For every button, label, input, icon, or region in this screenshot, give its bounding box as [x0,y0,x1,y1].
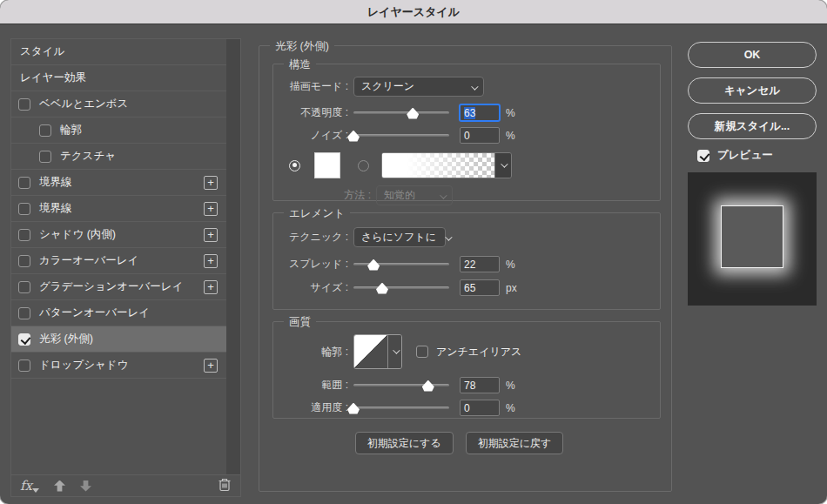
jitter-input[interactable]: 0 [460,400,500,416]
sidebar-item-label: 輪郭 [60,123,82,138]
arrow-up-icon[interactable] [54,480,65,492]
effect-checkbox[interactable] [18,255,30,267]
opacity-input[interactable]: 63 [460,104,500,121]
range-input[interactable]: 78 [460,377,500,393]
effect-checkbox[interactable] [18,307,30,319]
structure-section: 構造 描画モード : スクリーン 不透明度 : 63 % [272,64,661,201]
sidebar-item-9[interactable]: グラデーションオーバーレイ+ [11,274,226,300]
effects-list: スタイルレイヤー効果ベベルとエンボス輪郭テクスチャ境界線+境界線+シャドウ (内… [11,39,226,379]
sidebar-item-4[interactable]: テクスチャ [11,144,226,170]
sidebar-footer: fx [11,474,240,496]
contour-thumbnail[interactable] [354,335,387,368]
effect-checkbox[interactable] [18,281,30,293]
effect-checkbox[interactable] [18,177,30,189]
size-slider-thumb[interactable] [376,283,388,294]
opacity-unit: % [506,107,515,119]
sidebar-item-5[interactable]: 境界線+ [11,170,226,196]
noise-slider[interactable] [353,130,449,142]
plus-icon[interactable]: + [204,176,218,190]
chevron-down-icon[interactable] [387,335,401,368]
contour-label: 輪郭 : [273,345,348,360]
sidebar-item-6[interactable]: 境界線+ [11,196,226,222]
glow-color-swatch[interactable] [314,152,340,178]
outer-glow-panel: 光彩 (外側) 構造 描画モード : スクリーン 不透明度 : 63 [259,45,672,492]
sidebar-item-8[interactable]: カラーオーバーレイ+ [11,248,226,274]
sidebar-item-0[interactable]: スタイル [11,39,226,65]
preview-checkbox[interactable] [697,150,709,162]
range-label: 範囲 : [273,378,348,393]
size-label: サイズ : [273,280,348,295]
chevron-down-icon [431,190,445,202]
gradient-preview [382,153,494,178]
sidebar-item-label: 境界線 [39,175,72,190]
effect-checkbox[interactable] [18,203,30,215]
technique-select[interactable]: さらにソフトに [353,227,446,247]
plus-icon[interactable]: + [204,359,218,373]
chevron-down-icon[interactable] [494,153,511,178]
effect-checkbox[interactable] [18,98,30,111]
effect-preview [688,172,817,306]
fx-menu-icon[interactable]: fx [20,478,39,494]
plus-icon[interactable]: + [204,228,218,242]
cancel-button[interactable]: キャンセル [688,77,817,104]
gradient-picker[interactable] [381,152,512,178]
preview-label: プレビュー [717,148,773,163]
sidebar-item-10[interactable]: パターンオーバーレイ [11,300,226,326]
technique-value: さらにソフトに [361,230,436,245]
structure-section-title: 構造 [284,57,316,72]
effect-checkbox[interactable] [39,124,51,137]
solid-color-radio[interactable] [289,160,300,171]
noise-slider-thumb[interactable] [347,131,360,142]
sidebar-item-label: パターンオーバーレイ [39,306,150,320]
opacity-slider-thumb[interactable] [407,108,419,119]
opacity-slider[interactable] [353,107,449,119]
ok-button[interactable]: OK [688,42,817,68]
effect-checkbox[interactable] [39,151,51,163]
blend-mode-value: スクリーン [361,79,414,94]
noise-input[interactable]: 0 [460,127,500,144]
spread-slider[interactable] [353,259,449,271]
plus-icon[interactable]: + [204,280,218,294]
plus-icon[interactable]: + [204,202,218,216]
sidebar-item-label: テクスチャ [60,149,116,164]
sidebar-scrollbar[interactable] [226,39,240,474]
antialias-checkbox[interactable] [416,346,428,358]
sidebar-item-3[interactable]: 輪郭 [11,118,226,144]
sidebar-item-label: スタイル [20,44,64,59]
arrow-down-icon[interactable] [80,480,91,492]
jitter-slider[interactable] [353,402,449,414]
sidebar-item-label: 境界線 [39,201,72,216]
sidebar-item-label: ベベルとエンボス [39,97,128,111]
range-slider-thumb[interactable] [422,380,434,392]
blend-mode-select[interactable]: スクリーン [353,77,484,97]
glow-preview-square [721,205,783,268]
spread-slider-thumb[interactable] [367,259,380,271]
contour-picker[interactable] [353,334,402,369]
size-slider[interactable] [353,282,449,294]
sidebar-item-11[interactable]: 光彩 (外側) [11,326,226,353]
sidebar-item-label: カラーオーバーレイ [39,253,138,268]
technique-label: テクニック : [273,230,348,245]
reset-default-button[interactable]: 初期設定に戻す [466,432,564,454]
make-default-button[interactable]: 初期設定にする [355,432,454,454]
effect-checkbox[interactable] [18,229,30,241]
sidebar-item-7[interactable]: シャドウ (内側)+ [11,222,226,248]
plus-icon[interactable]: + [204,254,218,268]
effect-checkbox[interactable] [18,360,30,372]
new-style-button[interactable]: 新規スタイル... [688,113,817,139]
trash-icon[interactable] [218,477,232,495]
sidebar-item-1[interactable]: レイヤー効果 [11,65,226,91]
sidebar-item-12[interactable]: ドロップシャドウ+ [11,353,226,379]
elements-section-title: エレメント [284,206,350,221]
dialog-title: レイヤースタイル [367,4,460,20]
spread-input[interactable]: 22 [460,256,500,272]
gradient-radio[interactable] [358,160,369,171]
method-label: 方法 : [273,188,371,203]
range-slider[interactable] [353,380,449,392]
jitter-slider-thumb[interactable] [347,403,360,414]
effect-checkbox[interactable] [18,333,30,346]
size-input[interactable]: 65 [460,279,500,296]
sidebar-item-2[interactable]: ベベルとエンボス [11,91,226,118]
sidebar-item-label: レイヤー効果 [20,71,86,85]
method-value: 知覚的 [384,188,415,203]
